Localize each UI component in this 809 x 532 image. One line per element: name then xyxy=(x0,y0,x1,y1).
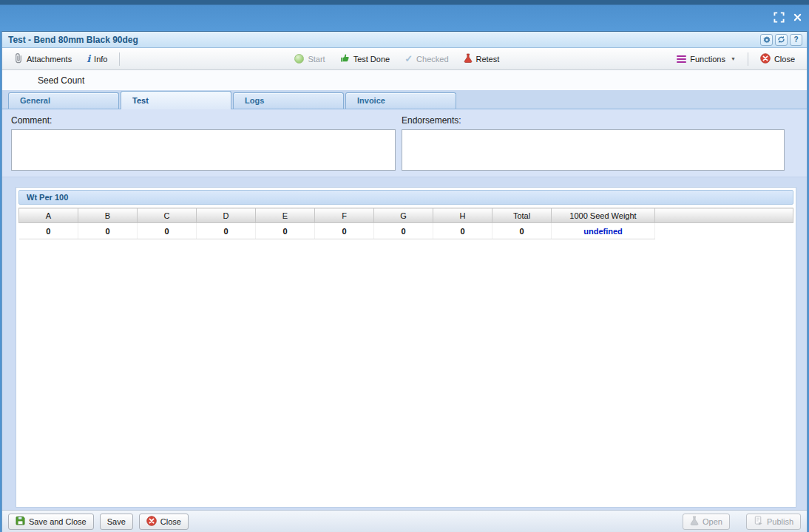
grid-col-e[interactable]: E xyxy=(256,208,315,223)
info-label: Info xyxy=(94,55,107,64)
grid-cell[interactable]: 0 xyxy=(138,223,197,239)
grid-cell-filler xyxy=(655,223,793,239)
grid-col-h[interactable]: H xyxy=(433,208,492,223)
start-icon xyxy=(294,54,304,64)
title-bar-buttons: ? xyxy=(760,34,802,46)
section-label-bar: Seed Count xyxy=(2,70,807,90)
grid-cell[interactable]: 0 xyxy=(374,223,433,239)
footer-toolbar: Save and Close Save Close Open Publish xyxy=(2,510,807,532)
grid-col-d[interactable]: D xyxy=(197,208,256,223)
tab-invoice[interactable]: Invoice xyxy=(345,92,456,109)
publish-button: Publish xyxy=(746,514,801,530)
endorsements-field: Endorsements: xyxy=(402,115,785,177)
top-bar xyxy=(0,0,809,31)
thumbs-up-icon xyxy=(340,53,350,64)
comment-input[interactable] xyxy=(11,129,396,171)
publish-icon xyxy=(754,516,763,527)
grid-cell[interactable]: 0 xyxy=(256,223,315,239)
save-and-close-button[interactable]: Save and Close xyxy=(8,514,94,530)
grid-cell[interactable]: 0 xyxy=(433,223,492,239)
grid-cell[interactable]: 0 xyxy=(315,223,374,239)
save-button[interactable]: Save xyxy=(100,514,133,530)
retest-flask-icon xyxy=(464,53,473,64)
grid-title: Wt Per 100 xyxy=(18,190,793,205)
test-form-panel: Comment: Endorsements: xyxy=(2,109,807,177)
toolbar-center-group: Start Test Done ✓ Checked Retest xyxy=(288,50,505,67)
grid-col-1000-seed-weight[interactable]: 1000 Seed Weight xyxy=(552,208,655,223)
test-done-button[interactable]: Test Done xyxy=(334,50,396,67)
window-title-bar: Test - Bend 80mm Black 90deg ? xyxy=(2,32,807,48)
attachments-label: Attachments xyxy=(27,55,72,64)
open-button: Open xyxy=(683,514,730,530)
grid-col-c[interactable]: C xyxy=(138,208,197,223)
test-window: Test - Bend 80mm Black 90deg ? Attachmen… xyxy=(1,31,808,532)
save-label: Save xyxy=(107,517,126,526)
grid-cell[interactable]: 0 xyxy=(78,223,138,239)
window-close-icon[interactable] xyxy=(793,13,802,21)
info-button[interactable]: i Info xyxy=(81,51,113,66)
publish-label: Publish xyxy=(767,517,793,526)
gear-icon xyxy=(763,36,771,44)
grid-col-f[interactable]: F xyxy=(315,208,374,223)
info-icon: i xyxy=(87,54,90,64)
endorsements-input[interactable] xyxy=(402,129,785,171)
retest-label: Retest xyxy=(476,55,500,64)
toolbar-separator xyxy=(119,52,120,66)
checkmark-icon: ✓ xyxy=(404,54,413,64)
toolbar-separator xyxy=(748,52,748,66)
checked-button: ✓ Checked xyxy=(399,51,454,66)
window-title: Test - Bend 80mm Black 90deg xyxy=(8,35,138,45)
close-footer-button[interactable]: Close xyxy=(139,514,189,530)
tab-general[interactable]: General xyxy=(8,92,119,109)
top-bar-controls xyxy=(774,12,802,23)
toolbar-left-group: Attachments i Info xyxy=(8,50,123,68)
grid-col-g[interactable]: G xyxy=(374,208,433,223)
save-icon xyxy=(16,516,25,527)
grid-cell[interactable]: 0 xyxy=(197,223,256,239)
section-label: Seed Count xyxy=(38,75,84,86)
functions-button[interactable]: Functions ▼ xyxy=(671,52,742,66)
endorsements-label: Endorsements: xyxy=(402,115,785,126)
close-circle-icon xyxy=(760,53,771,65)
close-footer-label: Close xyxy=(160,517,181,526)
refresh-button[interactable] xyxy=(775,34,788,46)
functions-menu-icon xyxy=(677,55,686,63)
refresh-icon xyxy=(777,35,785,44)
grid-cell[interactable]: 0 xyxy=(19,223,78,239)
toolbar-right-group: Functions ▼ Close xyxy=(671,50,801,68)
close-circle-icon xyxy=(146,516,157,528)
save-and-close-label: Save and Close xyxy=(29,517,87,526)
grid-col-b[interactable]: B xyxy=(78,208,138,223)
open-label: Open xyxy=(703,517,722,526)
grid-col-filler xyxy=(655,208,793,223)
grid-cell[interactable]: undefined xyxy=(552,223,655,239)
comment-field: Comment: xyxy=(11,115,396,177)
grid-cell[interactable]: 0 xyxy=(492,223,552,239)
screen: { "window_title": "Test - Bend 80mm Blac… xyxy=(0,0,809,532)
paperclip-icon xyxy=(14,53,23,65)
chevron-down-icon: ▼ xyxy=(731,56,736,61)
attachments-button[interactable]: Attachments xyxy=(8,50,78,68)
checked-label: Checked xyxy=(416,55,448,64)
grid-body: 000000000undefined xyxy=(19,223,793,239)
wt-per-100-panel: Wt Per 100 ABCDEFGHTotal1000 Seed Weight… xyxy=(16,187,796,508)
start-label: Start xyxy=(308,55,325,64)
close-label: Close xyxy=(774,55,795,64)
tab-test[interactable]: Test xyxy=(121,91,231,109)
tab-strip: General Test Logs Invoice xyxy=(2,90,807,109)
comment-label: Comment: xyxy=(11,115,396,126)
open-flask-icon xyxy=(690,516,699,527)
functions-label: Functions xyxy=(690,55,725,64)
help-button[interactable]: ? xyxy=(790,34,802,46)
retest-button[interactable]: Retest xyxy=(458,50,506,67)
main-toolbar: Attachments i Info Start Test Done ✓ xyxy=(2,48,807,70)
grid-col-a[interactable]: A xyxy=(19,208,78,223)
settings-button[interactable] xyxy=(760,34,773,46)
fullscreen-icon[interactable] xyxy=(774,12,785,23)
start-button: Start xyxy=(288,51,331,66)
test-done-label: Test Done xyxy=(353,55,390,64)
close-button[interactable]: Close xyxy=(754,50,801,68)
tab-logs[interactable]: Logs xyxy=(233,92,344,109)
grid-col-total[interactable]: Total xyxy=(492,208,552,223)
grid-row[interactable]: 000000000undefined xyxy=(19,223,793,239)
